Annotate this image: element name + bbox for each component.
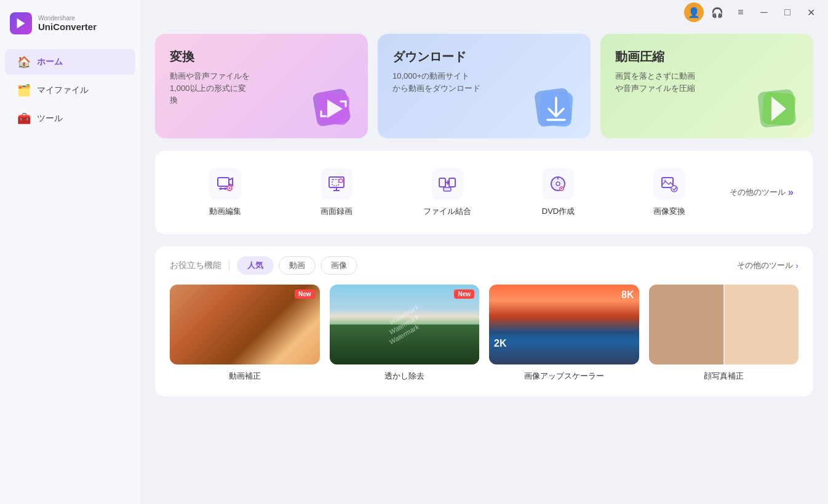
- video-fix-image: New: [170, 285, 320, 364]
- tool-dvd-create[interactable]: DVD作成: [503, 163, 613, 222]
- avatar-button[interactable]: 👤: [684, 2, 704, 22]
- tab-image[interactable]: 画像: [320, 256, 357, 275]
- image-convert-icon-wrap: [653, 168, 685, 200]
- avatar-icon: 👤: [688, 7, 700, 18]
- featured-tabs: 人気 動画 画像: [237, 256, 357, 275]
- sidebar-item-home[interactable]: 🏠 ホーム: [5, 49, 135, 75]
- featured-more-chevron-icon: ›: [795, 261, 798, 270]
- face-image: [649, 285, 799, 364]
- svg-rect-11: [218, 178, 229, 186]
- video-fix-label: 動画補正: [170, 371, 320, 382]
- logo: Wondershare UniConverter: [0, 0, 140, 46]
- label-8k: 8K: [621, 289, 634, 301]
- convert-card-icon: [309, 84, 358, 133]
- video-fix-new-badge: New: [295, 289, 315, 299]
- norway-image: 2K 8K: [489, 285, 639, 364]
- svg-rect-24: [449, 178, 455, 187]
- svg-marker-0: [17, 18, 25, 28]
- top-cards: 変換 動画や音声ファイルを1,000以上の形式に変換 ダウンロード 10,000…: [155, 34, 813, 138]
- file-merge-label: ファイル結合: [423, 206, 471, 217]
- dvd-create-icon-wrap: [542, 168, 574, 200]
- file-merge-icon-wrap: [431, 168, 463, 200]
- tool-video-edit[interactable]: 動画編集: [170, 163, 281, 222]
- compress-card-icon: [754, 84, 803, 133]
- minimize-icon: ─: [760, 7, 767, 18]
- watermark-remove-new-badge: New: [454, 289, 474, 299]
- tool-screen-record[interactable]: 画面録画: [281, 163, 391, 222]
- label-2k: 2K: [494, 338, 506, 349]
- image-upscaler-image: 2K 8K: [489, 285, 639, 364]
- face-enhance-label: 顔写真補正: [649, 371, 799, 382]
- menu-icon: ≡: [738, 7, 743, 18]
- feature-card-watermark-remove[interactable]: Watermark Watermark Watermark New 透かし除去: [330, 285, 480, 382]
- video-edit-label: 動画編集: [209, 206, 241, 217]
- sidebar-item-home-label: ホーム: [37, 57, 63, 68]
- screen-record-icon-wrap: [320, 168, 352, 200]
- maximize-icon: □: [784, 7, 790, 18]
- logo-brand: Wondershare: [38, 15, 97, 22]
- compress-card[interactable]: 動画圧縮 画質を落とさずに動画や音声ファイルを圧縮: [600, 34, 813, 138]
- featured-title: お役立ち機能: [170, 260, 221, 271]
- feature-card-video-fix[interactable]: New 動画補正: [170, 285, 320, 382]
- close-button[interactable]: ✕: [801, 2, 821, 22]
- feature-cards: New 動画補正 Watermark Watermark Watermark N…: [170, 285, 798, 382]
- video-edit-icon-wrap: [209, 168, 241, 200]
- tools-section: 動画編集 画面録画: [155, 151, 813, 234]
- tab-popular[interactable]: 人気: [237, 256, 274, 275]
- featured-section: お役立ち機能 人気 動画 画像 その他のツール › New 動画補正: [155, 246, 813, 396]
- minimize-button[interactable]: ─: [754, 2, 774, 22]
- svg-point-28: [556, 182, 560, 186]
- feature-card-image-upscaler[interactable]: 2K 8K 画像アップスケーラー: [489, 285, 639, 382]
- dvd-create-label: DVD作成: [542, 206, 575, 217]
- title-bar: 👤 🎧 ≡ ─ □ ✕: [684, 0, 828, 25]
- svg-rect-26: [444, 187, 451, 191]
- sidebar-item-tools[interactable]: 🧰 ツール: [5, 106, 135, 132]
- screen-record-label: 画面録画: [320, 206, 352, 217]
- featured-more-label: その他のツール: [737, 260, 793, 271]
- featured-more-button[interactable]: その他のツール ›: [737, 260, 798, 271]
- download-card-title: ダウンロード: [392, 49, 576, 65]
- image-convert-label: 画像変換: [653, 206, 685, 217]
- feature-card-face-enhance[interactable]: 顔写真補正: [649, 285, 799, 382]
- close-icon: ✕: [807, 7, 815, 18]
- download-card[interactable]: ダウンロード 10,000+の動画サイトから動画をダウンロード: [378, 34, 591, 138]
- tool-image-convert[interactable]: 画像変換: [614, 163, 725, 222]
- convert-card-title: 変換: [170, 49, 353, 65]
- watermark-remove-label: 透かし除去: [330, 371, 480, 382]
- svg-rect-23: [439, 178, 445, 187]
- image-upscaler-label: 画像アップスケーラー: [489, 371, 639, 382]
- sidebar-item-myfiles[interactable]: 🗂️ マイファイル: [5, 77, 135, 103]
- logo-icon: [10, 12, 32, 34]
- main-content: 変換 動画や音声ファイルを1,000以上の形式に変換 ダウンロード 10,000…: [140, 0, 828, 504]
- download-card-icon: [531, 84, 581, 133]
- logo-name: UniConverter: [38, 22, 97, 32]
- sidebar: Wondershare UniConverter 🏠 ホーム 🗂️ マイファイル…: [0, 0, 140, 504]
- more-tools-label: その他のツール: [730, 187, 786, 198]
- featured-header: お役立ち機能 人気 動画 画像 その他のツール ›: [170, 256, 798, 275]
- face-enhance-image: [649, 285, 799, 364]
- tab-video[interactable]: 動画: [279, 256, 316, 275]
- watermark-remove-image: Watermark Watermark Watermark New: [330, 285, 480, 364]
- tool-file-merge[interactable]: ファイル結合: [392, 163, 503, 222]
- featured-divider: [229, 260, 229, 271]
- face-split-line: [723, 285, 725, 364]
- more-tools-chevron-icon: »: [788, 187, 794, 198]
- home-icon: 🏠: [17, 55, 31, 69]
- svg-point-22: [339, 179, 343, 183]
- tools-icon: 🧰: [17, 112, 31, 125]
- convert-card[interactable]: 変換 動画や音声ファイルを1,000以上の形式に変換: [155, 34, 368, 138]
- headset-button[interactable]: 🎧: [707, 2, 727, 22]
- sidebar-item-tools-label: ツール: [37, 113, 63, 124]
- headset-icon: 🎧: [711, 7, 723, 18]
- compress-card-title: 動画圧縮: [615, 49, 798, 65]
- menu-button[interactable]: ≡: [731, 2, 750, 22]
- maximize-button[interactable]: □: [778, 2, 797, 22]
- more-tools-button[interactable]: その他のツール »: [725, 187, 798, 198]
- svg-rect-21: [332, 179, 338, 186]
- sidebar-item-myfiles-label: マイファイル: [37, 85, 89, 96]
- logo-text: Wondershare UniConverter: [38, 15, 97, 32]
- myfiles-icon: 🗂️: [17, 84, 31, 97]
